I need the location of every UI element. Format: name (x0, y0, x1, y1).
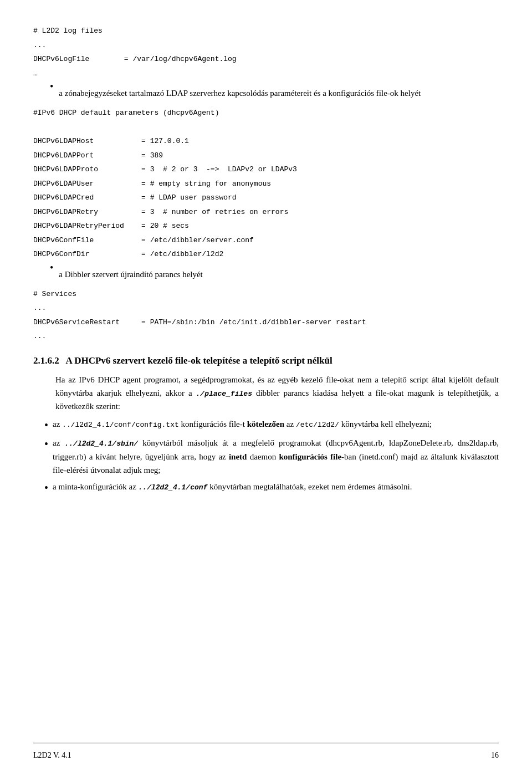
footer-left: L2D2 V. 4.1 (33, 751, 71, 760)
bullet2-code1: ../l2d2_4.1/sbin/ (65, 440, 139, 448)
code-ellipsis1: ... (33, 40, 499, 51)
code-section-2: # Services ... DHCPv6ServiceRestart = PA… (33, 289, 499, 342)
bullet-item-1-text: az ../l2d2_4.1/conf/config.txt konfigurá… (53, 417, 499, 431)
bullet1-code2: /etc/l2d2/ (296, 421, 339, 429)
bullet-dot-1: • (44, 417, 48, 433)
bullet-section-2: • a Dibbler szervert újraindító parancs … (50, 263, 499, 285)
body-paragraph-1: Ha az IPv6 DHCP agent programot, a segéd… (55, 373, 499, 413)
code-line-confdir: DHCPv6ConfDir = /etc/dibbler/l2d2 (33, 249, 499, 260)
code-services-comment: # Services (33, 289, 499, 300)
bullet-item-3-text: a minta-konfigurációk az ../l2d2_4.1/con… (53, 480, 499, 494)
bullet-1-text: a zónabejegyzéseket tartalmazó LDAP szer… (59, 86, 421, 100)
bullet1-bold: kötelezően (247, 420, 284, 428)
bullet2-bold2: konfigurációs file (279, 452, 341, 461)
code-line-host: DHCPv6LDAPHost = 127.0.0.1 (33, 136, 499, 147)
footer-divider (33, 743, 499, 743)
section-heading-2162: 2.1.6.2 A DHCPv6 szervert kezelő file-ok… (33, 355, 499, 366)
code-line-cred: DHCPv6LDAPCred = # LDAP user password (33, 192, 499, 203)
bullet-item-2-text: az ../l2d2_4.1/sbin/ könyvtárból másolju… (53, 436, 499, 477)
bullet-2-text: a Dibbler szervert újraindító parancs he… (59, 268, 202, 281)
code-line-port: DHCPv6LDAPPort = 389 (33, 150, 499, 161)
page-footer: L2D2 V. 4.1 16 (33, 751, 499, 760)
code-ellipsis-end: ... (33, 331, 499, 342)
code-ellipsis2: … (33, 68, 499, 79)
code-servicerestart: DHCPv6ServiceRestart = PATH=/sbin:/bin /… (33, 317, 499, 328)
bullet3-code1: ../l2d2_4.1/conf (139, 483, 208, 492)
bullet-icon-1: • (50, 81, 53, 93)
code-line-ipv6-comment: #IPv6 DHCP default parameters (dhcpv6Age… (33, 108, 499, 119)
code-line-retryperiod: DHCPv6LDAPRetryPeriod = 20 # secs (33, 221, 499, 232)
para1-code: ./place_files (196, 390, 252, 398)
code-line-proto: DHCPv6LDAPProto = 3 # 2 or 3 -=> LDAPv2 … (33, 164, 499, 175)
bullet-dot-2: • (44, 436, 48, 452)
code-line-retry: DHCPv6LDAPRetry = 3 # number of retries … (33, 207, 499, 218)
bullet2-bold1: inetd (229, 452, 247, 461)
code-line-blank1 (33, 122, 499, 133)
bullet-item-3: • a minta-konfigurációk az ../l2d2_4.1/c… (44, 480, 499, 496)
bullet-icon-2: • (50, 262, 53, 274)
bullet-item-1: • az ../l2d2_4.1/conf/config.txt konfigu… (44, 417, 499, 433)
footer-right: 16 (491, 751, 499, 760)
code-line-user: DHCPv6LDAPUser = # empty string for anon… (33, 178, 499, 190)
code-comment-l2d2: # L2D2 log files (33, 25, 499, 37)
bullet1-code1: ../l2d2_4.1/conf/config.txt (62, 421, 179, 429)
bullet-list: • az ../l2d2_4.1/conf/config.txt konfigu… (33, 417, 499, 496)
section-title: A DHCPv6 szervert kezelő file-ok telepít… (66, 355, 332, 366)
section-number: 2.1.6.2 (33, 355, 59, 366)
page-content: # L2D2 log files ... DHCPv6LogFile = /va… (0, 0, 532, 543)
code-logfile: DHCPv6LogFile = /var/log/dhcpv6Agent.log (33, 54, 499, 65)
code-ellipsis-3dots: ... (33, 303, 499, 314)
code-line-conffile: DHCPv6ConfFile = /etc/dibbler/server.con… (33, 235, 499, 246)
bullet-dot-3: • (44, 480, 48, 496)
bullet-item-2: • az ../l2d2_4.1/sbin/ könyvtárból másol… (44, 436, 499, 477)
bullet-section-1: • a zónabejegyzéseket tartalmazó LDAP sz… (50, 82, 499, 104)
code-section-1: #IPv6 DHCP default parameters (dhcpv6Age… (33, 108, 499, 260)
